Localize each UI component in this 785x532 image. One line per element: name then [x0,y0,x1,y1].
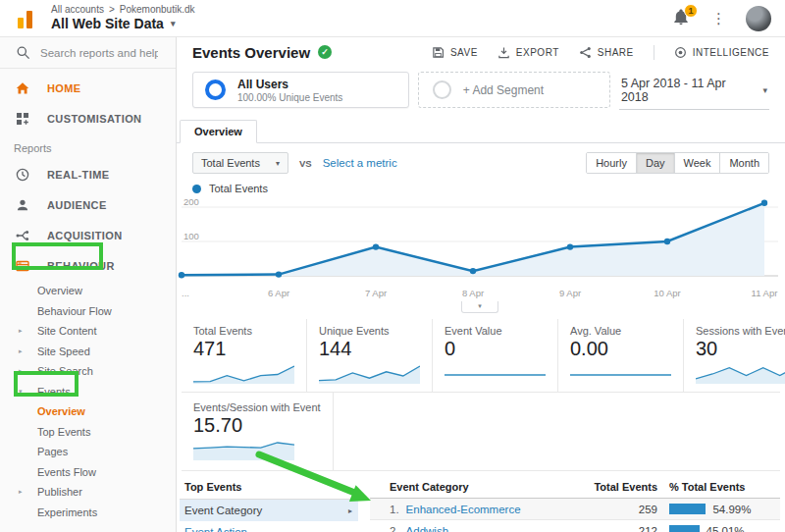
export-button[interactable]: EXPORT [497,46,559,59]
sidebar-item-behaviour-overview[interactable]: Overview [0,281,176,301]
tab-overview[interactable]: Overview [180,120,257,143]
scorecard-avg-value[interactable]: Avg. Value 0.00 [557,319,683,392]
sidebar-item-real-time[interactable]: REAL-TIME [0,159,176,189]
sidebar-item-label: Site Search [37,365,93,377]
share-button[interactable]: SHARE [579,46,634,59]
scorecard-value: 30 [696,338,785,360]
chart-legend: Total Events [177,176,785,197]
expand-triangle-icon: ▸ [19,327,23,335]
select-metric-link[interactable]: Select a metric [323,157,397,169]
granularity-day-button[interactable]: Day [636,153,674,173]
date-range-picker[interactable]: 5 Apr 2018 - 11 Apr 2018 ▾ [619,77,769,110]
scorecard-label: Unique Events [319,325,420,337]
breadcrumb[interactable]: All accounts > Pokemonbutik.dk [51,4,194,16]
chevron-right-icon: ▸ [348,506,352,515]
sidebar-item-experiments[interactable]: Experiments [0,503,176,523]
sidebar-item-conversions[interactable]: CONVERSIONS [0,526,176,532]
chevron-down-icon: ▾ [478,302,482,309]
sidebar-search[interactable] [0,37,176,69]
person-icon [14,197,31,213]
sidebar-item-behaviour-flow[interactable]: Behaviour Flow [0,301,176,322]
event-value-sparkline [445,362,546,384]
tab-bar: Overview [177,120,785,143]
sidebar-item-site-speed[interactable]: ▸Site Speed [0,342,176,362]
save-button[interactable]: SAVE [432,46,478,59]
chart-collapse-button[interactable]: ▾ [461,301,498,313]
home-icon [14,80,31,96]
sidebar-item-home[interactable]: HOME [0,73,176,103]
expand-triangle-icon: ▸ [19,367,23,375]
granularity-hourly-button[interactable]: Hourly [587,153,636,173]
sidebar-item-events-flow[interactable]: Events Flow [0,462,176,483]
dimension-event-category[interactable]: Event Category ▸ [180,500,358,521]
sidebar-item-label: AUDIENCE [47,199,107,211]
column-event-category[interactable]: Event Category [370,481,581,493]
granularity-month-button[interactable]: Month [719,153,768,173]
kebab-menu-button[interactable]: ⋮ [711,10,726,27]
view-selector[interactable]: All Web Site Data ▾ [51,16,194,32]
legend-label: Total Events [209,183,268,194]
segment-all-users[interactable]: All Users 100.00% Unique Events [192,72,409,108]
sidebar-item-publisher[interactable]: ▸Publisher [0,482,176,503]
svg-text:100: 100 [183,231,199,241]
notifications-button[interactable]: 1 [672,9,692,28]
dimension-label: Event Action [184,526,247,532]
percent-bar [669,525,700,532]
metric-selector-value: Total Events [201,157,260,169]
event-category-link[interactable]: Enhanced-Ecommerce [406,504,521,515]
timeseries-chart: 200100 ...6 Apr7 Apr8 Apr9 Apr10 Apr11 A… [182,197,778,313]
sidebar-item-label: ACQUISITION [47,230,123,241]
segment-subtitle: 100.00% Unique Events [237,92,342,103]
scorecard-events-per-session[interactable]: Events/Session with Event 15.70 [182,393,334,470]
total-events-sparkline [193,362,294,384]
search-input[interactable] [40,47,158,59]
sidebar-item-events[interactable]: ▾Events [0,382,176,402]
scorecard-unique-events[interactable]: Unique Events 144 [306,319,432,392]
sidebar-item-customisation[interactable]: CUSTOMISATION [0,103,176,133]
sidebar-item-top-events[interactable]: Top Events [0,422,176,443]
intelligence-button[interactable]: INTELLIGENCE [674,46,769,59]
scorecard-value: 15.70 [193,414,321,437]
chevron-down-icon: ▾ [276,159,280,168]
sidebar-item-behaviour[interactable]: BEHAVIOUR [0,250,176,281]
dimension-event-action[interactable]: Event Action [180,521,358,532]
scorecard-total-events[interactable]: Total Events 471 [182,319,306,392]
add-segment-button[interactable]: + Add Segment [418,72,610,108]
row-rank: 1. [390,504,399,515]
sidebar-item-site-search[interactable]: ▸Site Search [0,361,176,382]
save-label: SAVE [450,47,478,58]
sidebar-item-site-content[interactable]: ▸Site Content [0,321,176,342]
sidebar-item-events-overview[interactable]: Overview [0,401,176,422]
column-total-events[interactable]: Total Events [581,481,657,493]
avatar[interactable] [746,6,771,31]
actions-divider [654,45,654,60]
breadcrumb-property[interactable]: Pokemonbutik.dk [120,4,195,16]
scorecard-event-value[interactable]: Event Value 0 [432,319,557,392]
sidebar-item-pages[interactable]: Pages [0,442,176,462]
scorecard-value: 0.00 [570,338,671,360]
scorecard-sessions-with-event[interactable]: Sessions with Event 30 [683,319,785,392]
sidebar-item-acquisition[interactable]: ACQUISITION [0,220,176,250]
metric-selector-dropdown[interactable]: Total Events ▾ [192,152,288,174]
percent-value: 54.99% [712,504,751,515]
table-row: 2. Addwish 212 45.01% [370,520,780,532]
scorecard-label: Total Events [193,325,294,337]
verified-check-icon: ✓ [318,45,332,59]
svg-text:200: 200 [183,196,199,207]
sidebar-item-label: Overview [37,285,82,296]
breadcrumb-account[interactable]: All accounts [51,4,104,16]
scorecard-label: Events/Session with Event [193,401,321,413]
main-content: Events Overview ✓ SAVE EXPORT SHARE INTE… [177,37,785,532]
chart-controls: Total Events ▾ VS Select a metric Hourly… [177,143,785,176]
table-row: 1. Enhanced-Ecommerce 259 54.99% [370,499,780,520]
view-name-label: All Web Site Data [51,16,164,32]
search-icon [16,45,30,60]
check-glyph: ✓ [321,47,329,57]
event-category-link[interactable]: Addwish [406,525,448,532]
sessions-with-event-sparkline [696,362,785,384]
sidebar-item-label: Behaviour Flow [37,305,112,317]
scorecard-label: Sessions with Event [696,325,785,337]
granularity-week-button[interactable]: Week [674,153,720,173]
sidebar-item-audience[interactable]: AUDIENCE [0,189,176,220]
column-pct-total-events[interactable]: % Total Events [657,481,780,493]
